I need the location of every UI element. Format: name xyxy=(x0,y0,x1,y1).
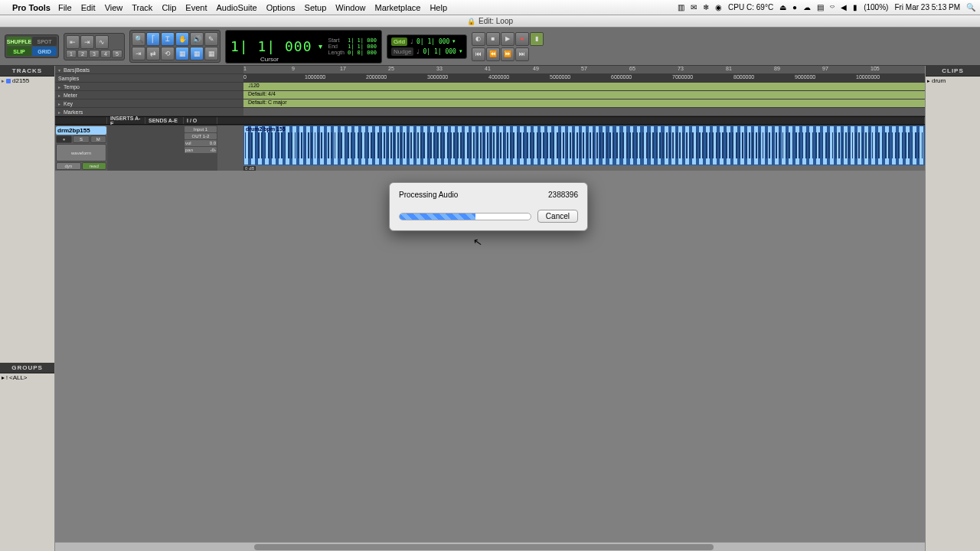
disclosure-icon[interactable]: ▾ xyxy=(58,67,60,73)
grid-dropdown-icon[interactable]: ▾ xyxy=(452,38,456,44)
length-value[interactable]: 0| 0| 000 xyxy=(348,50,377,56)
link-timeline-icon[interactable]: ⇄ xyxy=(146,47,160,60)
rewind-button[interactable]: ⏪ xyxy=(486,47,500,61)
clip-canvas[interactable]: drum2 bpm 155 0 dB xyxy=(243,126,925,171)
clip-list-item[interactable]: ▸ drum xyxy=(927,77,978,84)
spotlight-icon[interactable]: 🔍 xyxy=(966,3,975,11)
selector-tool-icon[interactable]: Ꮖ xyxy=(161,32,175,46)
mode-slip[interactable]: SLIP xyxy=(7,47,31,56)
menu-file[interactable]: File xyxy=(58,3,72,12)
zoom-preset-5[interactable]: 5 xyxy=(112,50,122,58)
end-value[interactable]: 1| 1| 000 xyxy=(348,44,377,50)
online-icon[interactable]: ◐ xyxy=(472,32,485,46)
status-icon[interactable]: ◉ xyxy=(715,3,722,11)
tempo-value[interactable]: ♩120 xyxy=(243,83,260,88)
meter-value[interactable]: Default: 4/4 xyxy=(243,91,276,96)
zoom-preset-3[interactable]: 3 xyxy=(89,50,100,58)
volume-icon[interactable]: ◀ xyxy=(841,3,847,11)
disclosure-icon[interactable]: ▸ xyxy=(58,109,60,115)
menu-edit[interactable]: Edit xyxy=(81,3,96,12)
inserts-column[interactable] xyxy=(107,126,145,171)
status-icon[interactable]: ▥ xyxy=(678,3,684,11)
rtz-button[interactable]: ⏮ xyxy=(472,47,485,61)
disclosure-icon[interactable]: ▸ xyxy=(58,84,60,90)
menu-clip[interactable]: Clip xyxy=(162,3,176,12)
stop-button[interactable]: ■ xyxy=(486,32,500,46)
forward-button[interactable]: ⏩ xyxy=(501,47,514,61)
pencil-tool-icon[interactable]: ✎ xyxy=(204,32,218,46)
status-icon[interactable]: ☁ xyxy=(803,3,811,11)
link-edit-icon[interactable]: ⟲ xyxy=(161,47,175,60)
menu-window[interactable]: Window xyxy=(335,3,365,12)
nudge-value[interactable]: 0| 1| 000 xyxy=(423,48,456,55)
zoom-in-h-icon[interactable]: ⇥ xyxy=(80,35,94,49)
zoom-preset-2[interactable]: 2 xyxy=(77,50,88,58)
zoom-preset-1[interactable]: 1 xyxy=(66,50,77,58)
vol-value[interactable]: 0.0 xyxy=(210,141,216,145)
mute-button[interactable]: M xyxy=(90,135,106,143)
metronome-icon[interactable]: ▮ xyxy=(530,32,544,46)
wifi-icon[interactable]: ⌔ xyxy=(830,3,835,11)
status-icon[interactable]: ● xyxy=(792,3,797,11)
zoom-wave-icon[interactable]: ∿ xyxy=(95,35,109,49)
trim-tool-icon[interactable]: ⎡ xyxy=(146,32,160,46)
menu-help[interactable]: Help xyxy=(430,3,447,12)
group-list-item[interactable]: ▸ ! <ALL> xyxy=(0,373,54,382)
status-icon[interactable]: ▤ xyxy=(817,3,824,11)
record-button[interactable]: ● xyxy=(515,32,529,46)
status-icon[interactable]: ✉ xyxy=(691,3,697,11)
key-value[interactable]: Default: C major xyxy=(243,99,287,105)
disclosure-icon[interactable]: ▸ xyxy=(2,374,5,381)
menu-marketplace[interactable]: Marketplace xyxy=(374,3,420,12)
automation-mode-button[interactable]: read xyxy=(82,162,107,170)
sends-column[interactable] xyxy=(145,126,184,171)
zoom-preset-4[interactable]: 4 xyxy=(100,50,111,58)
counter-value[interactable]: 1| 1| 000 xyxy=(230,38,312,54)
cancel-button[interactable]: Cancel xyxy=(537,210,578,223)
pan-value[interactable]: ‹0› xyxy=(211,148,216,152)
grid-value[interactable]: 0| 1| 000 xyxy=(416,38,449,45)
mode-shuffle[interactable]: SHUFFLE xyxy=(7,37,31,46)
audio-clip[interactable]: drum2 bpm 155 xyxy=(243,126,925,165)
gte-button[interactable]: ⏭ xyxy=(515,47,529,61)
zoomer-tool-icon[interactable]: 🔍 xyxy=(132,32,145,46)
clock[interactable]: Fri Mar 23 5:13 PM xyxy=(894,3,960,11)
track-name[interactable]: drm2bp155 xyxy=(56,126,106,135)
battery-icon[interactable]: ▮ xyxy=(853,3,858,11)
status-icon[interactable]: ❄ xyxy=(703,3,709,11)
zoom-out-h-icon[interactable]: ⇤ xyxy=(66,35,80,49)
track-view-selector[interactable]: waveform xyxy=(56,144,106,161)
output-selector[interactable]: OUT 1-2 xyxy=(185,133,217,139)
status-icon[interactable]: ⏏ xyxy=(779,3,786,11)
menu-view[interactable]: View xyxy=(105,3,123,12)
grabber-tool-icon[interactable]: ✋ xyxy=(175,32,189,46)
record-enable-button[interactable]: ● xyxy=(56,135,72,143)
disclosure-icon[interactable]: ▸ xyxy=(58,101,60,106)
menu-track[interactable]: Track xyxy=(132,3,152,12)
menu-event[interactable]: Event xyxy=(185,3,207,12)
disclosure-icon[interactable]: ▸ xyxy=(58,93,60,98)
play-button[interactable]: ▶ xyxy=(501,32,514,46)
elastic-audio-button[interactable]: dyn xyxy=(56,162,81,170)
input-selector[interactable]: Input 1 xyxy=(185,126,217,132)
counter-dropdown-icon[interactable]: ▾ xyxy=(318,42,322,51)
nudge-dropdown-icon[interactable]: ▾ xyxy=(459,48,462,54)
track-list-item[interactable]: ▸ d2155 xyxy=(0,77,54,85)
mode-spot[interactable]: SPOT xyxy=(32,37,57,46)
menu-options[interactable]: Options xyxy=(266,3,296,12)
app-name[interactable]: Pro Tools xyxy=(12,3,51,12)
scrollbar-thumb[interactable] xyxy=(254,544,714,550)
insertion-follows-icon[interactable]: ▦ xyxy=(175,47,189,60)
horizontal-scrollbar[interactable] xyxy=(55,542,925,551)
scrubber-tool-icon[interactable]: 🔊 xyxy=(190,32,204,46)
disclosure-icon[interactable]: ▸ xyxy=(927,78,930,84)
start-value[interactable]: 1| 1| 000 xyxy=(348,37,377,44)
mode-grid[interactable]: GRID xyxy=(32,47,57,56)
automation-follows-icon[interactable]: ▦ xyxy=(204,47,218,60)
mirrored-midi-icon[interactable]: ▦ xyxy=(190,47,204,60)
menu-setup[interactable]: Setup xyxy=(305,3,327,12)
menu-audiosuite[interactable]: AudioSuite xyxy=(216,3,256,12)
tab-to-transient-icon[interactable]: ⇥ xyxy=(132,47,145,60)
solo-button[interactable]: S xyxy=(73,135,89,143)
disclosure-icon[interactable]: ▸ xyxy=(2,78,5,84)
